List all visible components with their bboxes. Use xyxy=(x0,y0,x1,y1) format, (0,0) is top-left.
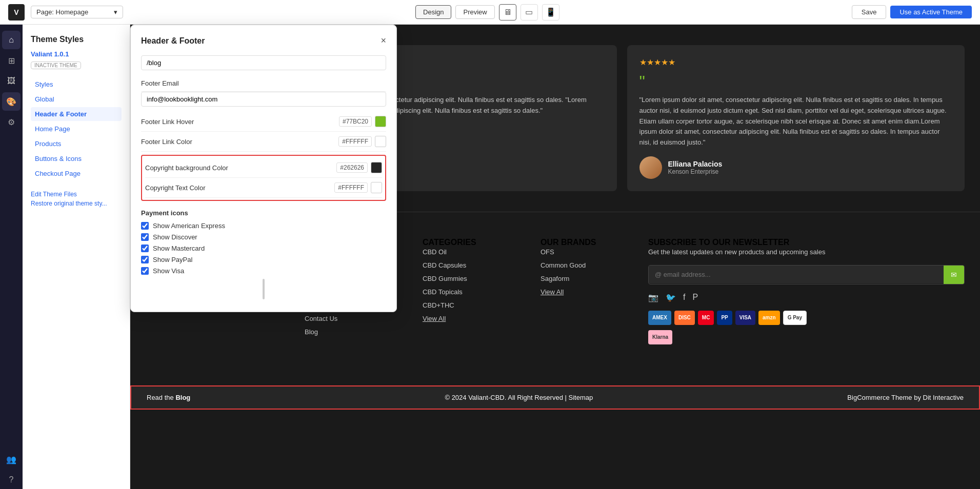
klarna-icon: Klarna xyxy=(648,330,672,344)
use-theme-button[interactable]: Use as Active Theme xyxy=(890,6,972,18)
preview-button[interactable]: Preview xyxy=(455,5,494,19)
newsletter-title: SUBSCRIBE TO OUR NEWSLETTER xyxy=(648,238,965,247)
footer-email-input-row xyxy=(141,92,386,107)
mobile-device-button[interactable]: 📱 xyxy=(542,4,559,21)
settings-icon[interactable]: ⚙ xyxy=(2,113,21,131)
theme-panel-nav: Styles Global Header & Footer Home Page … xyxy=(31,77,122,180)
home-icon[interactable]: ⌂ xyxy=(2,31,21,49)
tablet-device-button[interactable]: ▭ xyxy=(521,4,538,21)
quote-icon-3: " xyxy=(639,73,953,90)
list-item: View All xyxy=(541,287,633,296)
cbd-capsules-link[interactable]: CBD Capsules xyxy=(423,261,466,269)
footer-link-hover-color-wrap: #77BC20 xyxy=(339,116,386,127)
list-item: CBD+THC xyxy=(423,300,525,310)
footer-email-input[interactable] xyxy=(141,92,386,107)
cbd-gummies-link[interactable]: CBD Gummies xyxy=(423,275,467,282)
image-icon[interactable]: 🖼 xyxy=(2,72,21,90)
blog-path-input[interactable] xyxy=(141,55,386,70)
show-amex-checkbox[interactable] xyxy=(141,222,149,230)
copyright-text-row: Copyright Text Color #FFFFFF xyxy=(145,178,382,198)
show-mastercard-label: Show Mastercard xyxy=(153,244,205,252)
newsletter-input-wrap: ✉ xyxy=(648,265,965,284)
list-item: CBD Capsules xyxy=(423,260,525,270)
desktop-device-button[interactable]: 🖥 xyxy=(499,4,516,21)
common-good-link[interactable]: Common Good xyxy=(541,261,586,269)
copyright-left: Read the Blog xyxy=(147,394,190,401)
brands-links: OFS Common Good Sagaform View All xyxy=(541,247,633,296)
footer-link-color-label: Footer Link Color xyxy=(141,138,192,146)
discover-icon: DISC xyxy=(674,311,695,325)
payment-icons: AMEX DISC MC PP VISA amzn G Pay xyxy=(648,311,965,325)
instagram-icon[interactable]: 📷 xyxy=(648,293,658,302)
help-icon[interactable]: ? xyxy=(2,471,21,489)
nav-checkout[interactable]: Checkout Page xyxy=(31,167,122,180)
copyright-bar: Read the Blog © 2024 Valiant-CBD. All Ri… xyxy=(130,385,980,410)
save-button[interactable]: Save xyxy=(852,5,887,19)
categories-links: CBD Oil CBD Capsules CBD Gummies CBD Top… xyxy=(423,247,525,323)
stars-3: ★★★★★ xyxy=(639,57,953,67)
page-label: Page: Homepage xyxy=(36,8,88,16)
gpay-icon: G Pay xyxy=(783,311,807,325)
visa-icon: VISA xyxy=(735,311,755,325)
paypal-icon: PP xyxy=(717,311,732,325)
list-item: Common Good xyxy=(541,260,633,270)
copyright-text-label: Copyright Text Color xyxy=(145,184,206,192)
copyright-bg-swatch[interactable] xyxy=(371,162,382,173)
nav-buttons-icons[interactable]: Buttons & Icons xyxy=(31,152,122,166)
restore-theme-link[interactable]: Restore original theme sty... xyxy=(31,200,122,207)
left-icon-bar: ⌂ ⊞ 🖼 🎨 ⚙ 👥 ? xyxy=(0,25,23,489)
cbd-thc-link[interactable]: CBD+THC xyxy=(423,301,454,309)
nav-global[interactable]: Global xyxy=(31,92,122,106)
sagaform-link[interactable]: Sagaform xyxy=(541,275,569,282)
footer-link-color-wrap: #FFFFFF xyxy=(338,136,386,147)
layers-icon[interactable]: ⊞ xyxy=(2,51,21,70)
edit-theme-files-link[interactable]: Edit Theme Files xyxy=(31,191,122,198)
hf-close-button[interactable]: × xyxy=(381,35,386,46)
footer-link-hover-hex: #77BC20 xyxy=(339,116,372,127)
show-visa-checkbox[interactable] xyxy=(141,267,149,275)
payment-title: Payment icons xyxy=(141,209,386,217)
contact-us-link[interactable]: Contact Us xyxy=(305,315,337,322)
show-paypal-checkbox[interactable] xyxy=(141,256,149,263)
copyright-blog-label: Blog xyxy=(175,394,190,401)
ofs-link[interactable]: OFS xyxy=(541,248,554,256)
newsletter-email-input[interactable] xyxy=(649,266,944,283)
footer-email-row: Footer Email xyxy=(141,75,386,92)
copyright-blog-link[interactable]: Blog xyxy=(175,394,190,401)
nav-products[interactable]: Products xyxy=(31,137,122,151)
payment-section: Payment icons Show American Express Show… xyxy=(141,209,386,275)
categories-view-all-link[interactable]: View All xyxy=(423,315,446,322)
footer-link-hover-swatch[interactable] xyxy=(375,116,386,127)
brands-view-all-link[interactable]: View All xyxy=(541,288,564,296)
newsletter-text: Get the latest updates on new products a… xyxy=(648,247,965,258)
top-bar-center: Design Preview 🖥 ▭ 📱 xyxy=(129,4,846,21)
categories-title: CATEGORIES xyxy=(423,238,525,247)
show-discover-checkbox[interactable] xyxy=(141,233,149,241)
list-item: OFS xyxy=(541,247,633,256)
scrollbar[interactable] xyxy=(263,279,265,299)
copyright-text-swatch[interactable] xyxy=(371,182,382,193)
nav-styles[interactable]: Styles xyxy=(31,77,122,91)
hf-modal-title: Header & Footer xyxy=(141,36,205,46)
show-paypal-label: Show PayPal xyxy=(153,256,192,263)
footer-brands-col: OUR BRANDS OFS Common Good Sagaform View… xyxy=(541,238,633,350)
cbd-topicals-link[interactable]: CBD Topicals xyxy=(423,288,463,296)
design-button[interactable]: Design xyxy=(415,5,451,19)
nav-header-footer[interactable]: Header & Footer xyxy=(31,107,122,121)
show-amex-row: Show American Express xyxy=(141,222,386,230)
page-selector[interactable]: Page: Homepage ▾ xyxy=(31,6,123,18)
blog-link[interactable]: Blog xyxy=(305,328,318,336)
newsletter-submit-button[interactable]: ✉ xyxy=(944,266,964,284)
footer-link-color-swatch[interactable] xyxy=(375,136,386,147)
palette-icon[interactable]: 🎨 xyxy=(2,92,21,111)
pinterest-icon[interactable]: P xyxy=(692,293,698,302)
facebook-icon[interactable]: f xyxy=(683,293,685,302)
show-mastercard-checkbox[interactable] xyxy=(141,244,149,252)
nav-homepage[interactable]: Home Page xyxy=(31,122,122,136)
author-info-3: Elliana Palacios Kenson Enterprise xyxy=(668,160,723,175)
twitter-icon[interactable]: 🐦 xyxy=(666,293,676,302)
users-icon[interactable]: 👥 xyxy=(2,450,21,468)
copyright-text-color-wrap: #FFFFFF xyxy=(334,182,382,193)
theme-styles-title: Theme Styles xyxy=(31,35,122,44)
cbd-oil-link[interactable]: CBD Oil xyxy=(423,248,447,256)
